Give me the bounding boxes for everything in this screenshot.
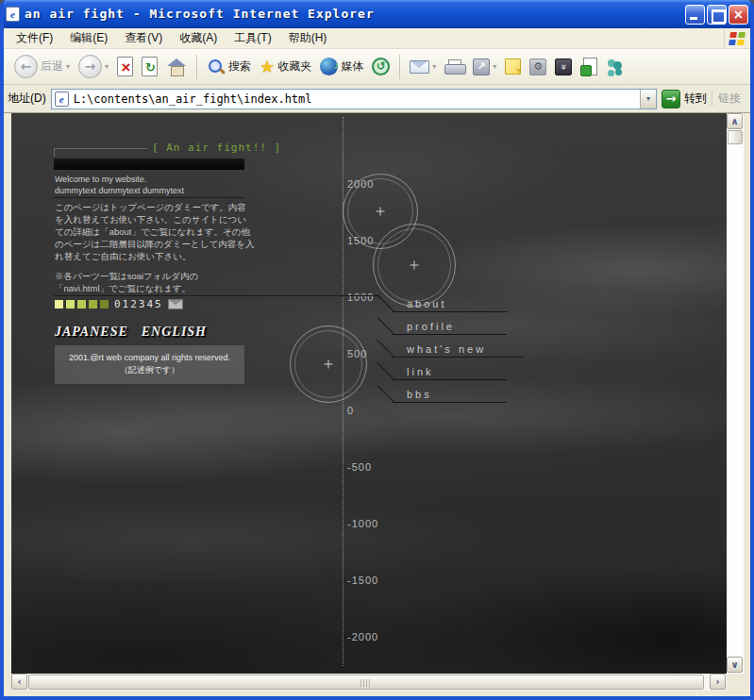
refresh-icon bbox=[142, 57, 158, 76]
menu-help[interactable]: 帮助(H) bbox=[280, 27, 336, 49]
crosshair-circle bbox=[290, 325, 367, 403]
go-arrow-icon bbox=[662, 90, 680, 108]
nav-underline bbox=[393, 402, 507, 403]
chevron-button[interactable] bbox=[552, 57, 575, 77]
color-square bbox=[66, 300, 75, 308]
menu-view[interactable]: 查看(V) bbox=[116, 27, 171, 49]
address-url[interactable]: L:\contents\an_air_fight\index.html bbox=[74, 92, 640, 106]
messenger-button[interactable] bbox=[603, 57, 629, 77]
address-input[interactable]: e L:\contents\an_air_fight\index.html bbox=[51, 89, 657, 109]
ruler-label: 1000 bbox=[347, 292, 374, 303]
tools-button[interactable] bbox=[527, 57, 549, 77]
refresh-button[interactable] bbox=[139, 55, 160, 78]
crosshair-plus-icon bbox=[377, 208, 385, 216]
window-title: an air fight - Microsoft Internet Explor… bbox=[25, 0, 681, 28]
welcome-line1: Welcome to my website. bbox=[55, 174, 184, 185]
menu-tools[interactable]: 工具(T) bbox=[226, 27, 279, 49]
media-globe-icon bbox=[320, 58, 338, 75]
english-link[interactable]: ENGLISH bbox=[142, 325, 207, 340]
history-button[interactable] bbox=[369, 56, 393, 77]
nav-link-link[interactable]: link bbox=[377, 362, 507, 380]
horizontal-scroll-thumb[interactable] bbox=[28, 675, 704, 690]
addon-button[interactable] bbox=[578, 56, 600, 78]
scrollbar-corner bbox=[727, 674, 744, 691]
home-icon bbox=[166, 58, 187, 76]
back-icon bbox=[14, 55, 38, 78]
nav-diagonal-line bbox=[377, 340, 394, 358]
vertical-scrollbar[interactable] bbox=[727, 113, 744, 674]
ruler-label: -500 bbox=[347, 461, 372, 473]
menu-favorites[interactable]: 收藏(A) bbox=[171, 27, 226, 49]
search-icon bbox=[207, 58, 226, 76]
horizontal-scrollbar[interactable] bbox=[11, 674, 727, 691]
links-toolbar-label[interactable]: 链接 bbox=[712, 91, 746, 107]
favorites-star-icon bbox=[260, 58, 275, 75]
japanese-link[interactable]: JAPANESE bbox=[55, 325, 128, 340]
menu-file[interactable]: 文件(F) bbox=[8, 27, 61, 49]
ruler-label: -1000 bbox=[347, 518, 378, 529]
scroll-right-button[interactable] bbox=[710, 674, 726, 690]
nav-underline bbox=[393, 311, 507, 312]
color-square bbox=[55, 300, 63, 308]
nav-diagonal-line bbox=[377, 317, 394, 335]
messenger-icon bbox=[606, 58, 627, 75]
nav-link-about[interactable]: about bbox=[377, 294, 507, 312]
edit-icon bbox=[473, 58, 490, 75]
home-button[interactable] bbox=[163, 56, 190, 78]
search-button[interactable]: 搜索 bbox=[204, 56, 254, 78]
double-chevron-icon bbox=[555, 58, 572, 75]
stop-icon bbox=[117, 57, 133, 76]
note-line2: 「navi.html」でご覧になれます。 bbox=[55, 282, 198, 294]
menu-edit[interactable]: 编辑(E) bbox=[61, 27, 116, 49]
edit-button[interactable] bbox=[470, 57, 499, 77]
scroll-left-button[interactable] bbox=[11, 674, 27, 690]
print-button[interactable] bbox=[442, 58, 467, 76]
address-dropdown-button[interactable] bbox=[640, 90, 656, 108]
dummy-paragraph: このページはトップページのダミーです。内容を入れ替えてお使い下さい。このサイトに… bbox=[55, 201, 255, 262]
go-button[interactable]: 转到 bbox=[662, 90, 707, 108]
windows-flag-icon bbox=[729, 32, 746, 45]
crosshair-plus-icon bbox=[325, 360, 333, 369]
nav-link-whats-new[interactable]: what's new bbox=[377, 340, 524, 358]
discuss-button[interactable] bbox=[502, 57, 524, 76]
media-button[interactable]: 媒体 bbox=[317, 56, 366, 77]
mail-button[interactable] bbox=[407, 58, 439, 75]
counter-row: 012345 bbox=[55, 298, 183, 309]
vertical-scroll-thumb[interactable] bbox=[728, 130, 743, 144]
ruler-label: 0 bbox=[347, 405, 354, 416]
mail-dropdown-icon bbox=[432, 62, 436, 71]
back-button[interactable]: 后退 bbox=[11, 53, 73, 80]
mail-icon bbox=[410, 60, 429, 74]
nav-underline bbox=[393, 357, 524, 358]
forward-dropdown-icon bbox=[105, 62, 109, 71]
back-label: 后退 bbox=[41, 58, 63, 75]
forward-button[interactable] bbox=[75, 53, 111, 80]
standard-toolbar: 后退 搜索 收藏夹 媒体 bbox=[4, 49, 750, 85]
page-title: [ An air fight!! ] bbox=[152, 142, 281, 154]
media-label: 媒体 bbox=[341, 58, 363, 75]
scroll-up-button[interactable] bbox=[727, 113, 743, 129]
mail-link-icon[interactable] bbox=[168, 299, 183, 309]
address-label: 地址(D) bbox=[8, 91, 46, 107]
toolbar-separator bbox=[196, 55, 197, 79]
language-links: JAPANESE ENGLISH bbox=[55, 325, 207, 340]
text-separator-line bbox=[54, 197, 244, 198]
favorites-button[interactable]: 收藏夹 bbox=[257, 57, 314, 77]
maximize-button[interactable] bbox=[707, 5, 727, 25]
history-icon bbox=[372, 58, 390, 75]
puzzle-page-icon bbox=[580, 58, 597, 76]
nav-link-profile[interactable]: profile bbox=[377, 317, 507, 335]
nav-underline bbox=[393, 334, 507, 335]
forward-icon bbox=[78, 55, 102, 78]
scroll-down-button[interactable] bbox=[727, 657, 743, 673]
title-bar: e an air fight - Microsoft Internet Expl… bbox=[0, 0, 754, 28]
nav-link-bbs[interactable]: bbs bbox=[377, 385, 507, 403]
title-corner-line bbox=[54, 148, 147, 157]
copyright-box: 2001.@rt web company all rights reserved… bbox=[55, 345, 244, 384]
stop-button[interactable] bbox=[114, 55, 136, 78]
nav-underline bbox=[393, 379, 507, 380]
browser-window: e an air fight - Microsoft Internet Expl… bbox=[0, 0, 754, 700]
close-button[interactable] bbox=[729, 5, 748, 25]
page-viewport: 2000 1500 1000 500 0 -500 -1000 -1500 -2… bbox=[11, 113, 727, 674]
minimize-button[interactable] bbox=[685, 5, 705, 25]
